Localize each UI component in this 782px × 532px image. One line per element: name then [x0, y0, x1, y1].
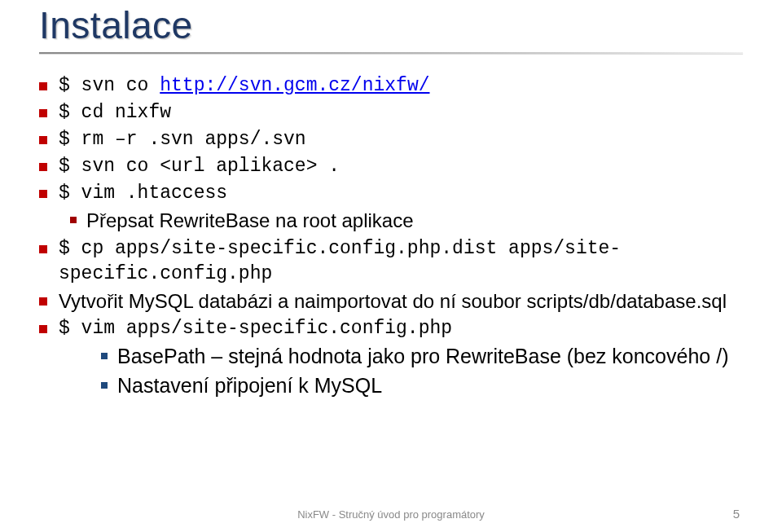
bullet-marker-icon	[39, 297, 47, 306]
bullet-line-10: BasePath – stejná hodnota jako pro Rewri…	[101, 343, 743, 371]
line-text: Přepsat RewriteBase na root aplikace	[86, 208, 743, 234]
bullet-marker-icon	[39, 82, 47, 90]
line-text: BasePath – stejná hodnota jako pro Rewri…	[117, 343, 743, 371]
url-link[interactable]: http://svn.gcm.cz/nixfw/	[160, 75, 429, 96]
bullet-line-5: $ vim .htaccess	[39, 181, 743, 206]
bullet-line-1: $ svn co http://svn.gcm.cz/nixfw/	[39, 73, 743, 99]
bullet-marker-icon	[39, 109, 47, 117]
bullet-marker-icon	[101, 353, 108, 359]
line-text: $ cd nixfw	[59, 100, 743, 125]
bullet-line-6: Přepsat RewriteBase na root aplikace	[70, 208, 743, 234]
bullet-marker-icon	[39, 190, 47, 198]
bullet-line-7: $ cp apps/site-specific.config.php.dist …	[39, 236, 743, 287]
line-text: $ svn co <url aplikace> .	[59, 154, 743, 179]
line-text: $ cp apps/site-specific.config.php.dist …	[59, 236, 743, 287]
footer-text: NixFW - Stručný úvod pro programátory	[0, 508, 782, 521]
slide-content: $ svn co http://svn.gcm.cz/nixfw/ $ cd n…	[39, 73, 743, 400]
bullet-marker-icon	[39, 136, 47, 144]
line-text: $ rm –r .svn apps/.svn	[59, 127, 743, 152]
text: $ svn co	[59, 75, 160, 96]
bullet-marker-icon	[70, 217, 77, 223]
bullet-marker-icon	[101, 382, 108, 389]
text-part-b: scripts/db/database.sql	[527, 290, 727, 312]
title-underline	[39, 52, 743, 54]
bullet-line-8: Vytvořit MySQL databázi a naimportovat d…	[39, 288, 743, 314]
line-text: Nastavení připojení k MySQL	[117, 372, 743, 400]
bullet-line-11: Nastavení připojení k MySQL	[101, 372, 743, 400]
slide-title: Instalace	[39, 0, 743, 52]
slide: Instalace $ svn co http://svn.gcm.cz/nix…	[0, 0, 782, 532]
bullet-marker-icon	[39, 163, 47, 171]
line-text: Vytvořit MySQL databázi a naimportovat d…	[59, 288, 743, 314]
bullet-marker-icon	[39, 245, 47, 253]
bullet-line-2: $ cd nixfw	[39, 100, 743, 125]
page-number: 5	[733, 507, 740, 521]
bullet-line-9: $ vim apps/site-specific.config.php	[39, 316, 743, 341]
bullet-line-4: $ svn co <url aplikace> .	[39, 154, 743, 179]
bullet-marker-icon	[39, 325, 47, 333]
line-text: $ vim .htaccess	[59, 181, 743, 206]
line-text: $ vim apps/site-specific.config.php	[59, 316, 743, 341]
line-text: $ svn co http://svn.gcm.cz/nixfw/	[59, 73, 743, 99]
bullet-line-3: $ rm –r .svn apps/.svn	[39, 127, 743, 152]
text-part-a: Vytvořit MySQL databázi a naimportovat d…	[59, 290, 527, 312]
